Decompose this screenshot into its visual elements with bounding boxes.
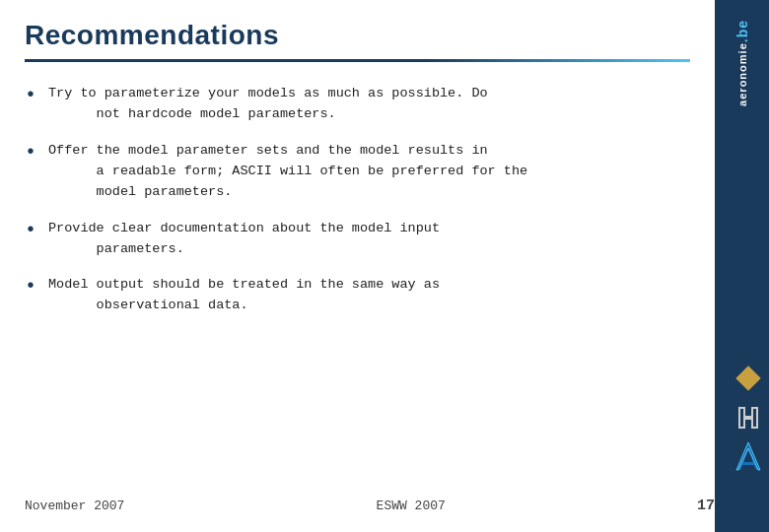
bullet-item-2: • Offer the model parameter sets and the…: [25, 141, 690, 203]
brand-dot: .be: [734, 20, 750, 42]
svg-rect-1: [752, 408, 757, 428]
bullet-dot-3: •: [25, 217, 36, 244]
bullet-text-4: Model output should be treated in the sa…: [48, 275, 440, 316]
bullet-text-2: Offer the model parameter sets and the m…: [48, 141, 527, 203]
diamond-icon: [733, 363, 764, 394]
slide-title: Recommendations: [25, 20, 690, 51]
bullet-dot-4: •: [25, 273, 36, 300]
bullet-text-3: Provide clear documentation about the mo…: [48, 219, 440, 260]
svg-rect-0: [739, 408, 744, 428]
footer-date: November 2007: [25, 499, 124, 513]
brand-name: aeronomie: [736, 42, 748, 106]
a-logo-icon: [733, 441, 764, 473]
svg-rect-2: [744, 416, 752, 420]
bullet-item-1: • Try to parameterize your models as muc…: [25, 84, 690, 125]
sidebar-icons: [733, 363, 764, 473]
title-divider: [25, 59, 690, 62]
h-icon: [733, 402, 764, 433]
bullet-dot-2: •: [25, 139, 36, 166]
sidebar: aeronomie.be: [715, 0, 769, 532]
main-content: Recommendations • Try to parameterize yo…: [0, 0, 715, 532]
slide: aeronomie.be: [0, 0, 769, 532]
footer-conference: ESWW 2007: [377, 499, 446, 513]
footer-page-number: 17: [697, 498, 715, 514]
footer: November 2007 ESWW 2007 17: [25, 498, 715, 514]
bullet-text-1: Try to parameterize your models as much …: [48, 84, 488, 125]
brand-text: aeronomie.be: [734, 20, 750, 106]
bullet-item-3: • Provide clear documentation about the …: [25, 219, 690, 260]
bullet-dot-1: •: [25, 82, 36, 109]
svg-rect-4: [741, 462, 755, 465]
bullet-item-4: • Model output should be treated in the …: [25, 275, 690, 316]
